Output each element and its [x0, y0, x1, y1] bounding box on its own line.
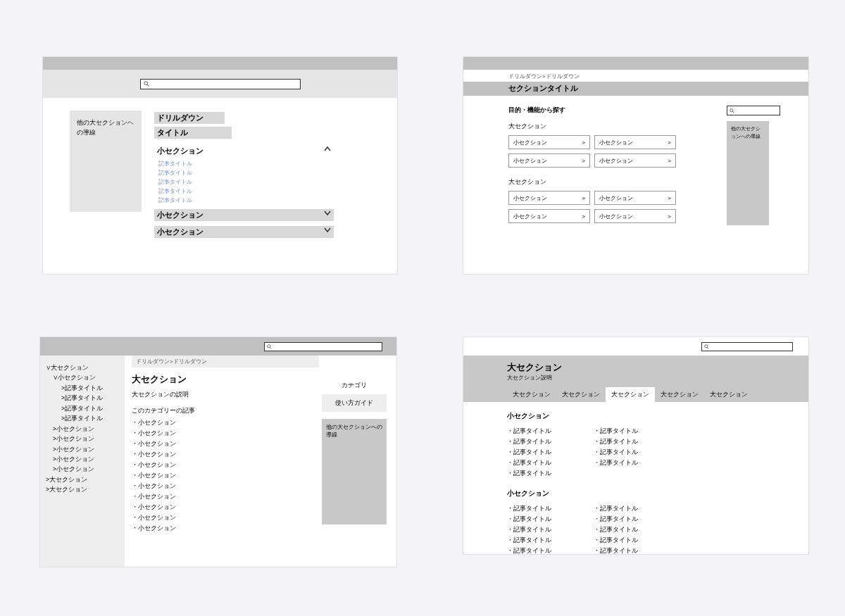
main-content: ドリルダウン タイトル 小セクション 記事タイトル 記事タイトル 記事タイトル …: [154, 111, 337, 238]
svg-line-3: [733, 111, 734, 113]
article-link[interactable]: 記事タイトル: [158, 178, 337, 186]
article-link[interactable]: ・記事タイトル: [594, 536, 638, 545]
accordion-closed[interactable]: 小セクション: [154, 209, 334, 221]
breadcrumb: ドリルダウン>ドリルダウン: [463, 70, 808, 82]
page-description: 大セクション説明: [507, 374, 765, 382]
section-title-bar: セクションタイトル: [463, 82, 808, 96]
page-title: 大セクション: [507, 361, 765, 374]
nav-item[interactable]: >記事タイトル: [46, 393, 119, 403]
article-link[interactable]: ・記事タイトル: [507, 448, 551, 457]
top-bar: [43, 57, 397, 70]
subsection-card[interactable]: 小セクション>: [508, 209, 590, 223]
svg-line-7: [708, 347, 709, 348]
article-link[interactable]: ・記事タイトル: [507, 427, 551, 436]
subsection-card[interactable]: 小セクション>: [508, 135, 590, 149]
article-link[interactable]: ・記事タイトル: [594, 546, 638, 555]
tab-active[interactable]: 大セクション: [606, 387, 655, 402]
article-link[interactable]: ・記事タイトル: [507, 546, 551, 555]
top-bar: [463, 57, 808, 70]
subsection-card[interactable]: 小セクション>: [594, 191, 676, 205]
accordion-label: 小セクション: [157, 227, 204, 237]
hero-area: 大セクション 大セクション説明 大セクション 大セクション 大セクション 大セク…: [463, 356, 808, 402]
article-link[interactable]: ・記事タイトル: [507, 525, 551, 534]
search-input[interactable]: [701, 342, 793, 351]
svg-point-6: [705, 344, 708, 347]
nav-item[interactable]: >小セクション: [46, 434, 119, 444]
wireframe-2: ドリルダウン>ドリルダウン セクションタイトル 目的・機能から探す 大セクション…: [463, 56, 809, 275]
nav-item[interactable]: >小セクション: [46, 464, 119, 474]
tab[interactable]: 大セクション: [556, 387, 606, 402]
article-link[interactable]: 記事タイトル: [158, 196, 337, 204]
article-link[interactable]: ・記事タイトル: [594, 515, 638, 524]
article-link[interactable]: ・記事タイトル: [594, 427, 638, 436]
chevron-up-icon: [324, 146, 331, 153]
article-link[interactable]: 記事タイトル: [158, 187, 337, 195]
accordion-label: 小セクション: [157, 146, 204, 156]
subsection-heading: 小セクション: [507, 412, 765, 421]
usage-guide-link[interactable]: 使い方ガイド: [322, 394, 387, 412]
nav-item[interactable]: >記事タイトル: [46, 383, 119, 393]
accordion-open[interactable]: 小セクション: [154, 145, 334, 157]
article-link[interactable]: ・記事タイトル: [594, 525, 638, 534]
nav-item[interactable]: ∨小セクション: [46, 372, 119, 382]
side-nav: ∨大セクション ∨小セクション >記事タイトル >記事タイトル >記事タイトル …: [40, 356, 125, 567]
nav-item[interactable]: >小セクション: [46, 444, 119, 454]
breadcrumb: ドリルダウン>ドリルダウン: [132, 356, 319, 367]
sidebar-other-sections[interactable]: 他の大セクションへの導線: [70, 111, 142, 212]
big-section-label: 大セクション: [508, 122, 706, 131]
svg-line-1: [147, 84, 149, 86]
search-icon: [267, 344, 272, 349]
wireframe-1: 他の大セクションへの導線 ドリルダウン タイトル 小セクション 記事タイトル 記…: [42, 56, 398, 275]
nav-item[interactable]: >記事タイトル: [46, 403, 119, 413]
nav-item[interactable]: >大セクション: [46, 484, 119, 494]
article-link[interactable]: ・記事タイトル: [507, 437, 551, 446]
tab[interactable]: 大セクション: [655, 387, 704, 402]
wireframe-4: 大セクション 大セクション説明 大セクション 大セクション 大セクション 大セク…: [463, 337, 809, 555]
tab[interactable]: 大セクション: [704, 387, 753, 402]
breadcrumb-drill: ドリルダウン: [154, 112, 225, 124]
nav-item[interactable]: >記事タイトル: [46, 413, 119, 423]
nav-item[interactable]: ∨大セクション: [46, 363, 119, 372]
search-input[interactable]: [727, 106, 780, 115]
article-link[interactable]: ・記事タイトル: [594, 504, 638, 513]
subsection-card[interactable]: 小セクション>: [594, 135, 676, 149]
search-by-purpose-label: 目的・機能から探す: [508, 106, 706, 115]
nav-item[interactable]: >小セクション: [46, 454, 119, 464]
article-link[interactable]: 記事タイトル: [158, 160, 337, 168]
search-icon: [730, 108, 734, 113]
search-input[interactable]: [264, 342, 382, 351]
subsection-card[interactable]: 小セクション>: [508, 153, 590, 168]
article-link[interactable]: ・記事タイトル: [507, 536, 551, 545]
article-link[interactable]: ・記事タイトル: [594, 437, 638, 446]
subsection-card[interactable]: 小セクション>: [508, 191, 590, 205]
nav-item[interactable]: >小セクション: [46, 424, 119, 434]
article-link[interactable]: ・記事タイトル: [507, 515, 551, 524]
search-bar-area: [43, 70, 397, 98]
subsection-card[interactable]: 小セクション>: [594, 153, 676, 168]
top-bar: [463, 337, 808, 356]
nav-item[interactable]: >大セクション: [46, 474, 119, 484]
chevron-down-icon: [324, 210, 331, 217]
article-links: 記事タイトル 記事タイトル 記事タイトル 記事タイトル 記事タイトル: [154, 157, 337, 204]
article-link[interactable]: ・記事タイトル: [507, 458, 551, 467]
search-icon: [704, 344, 709, 349]
subsection-card[interactable]: 小セクション>: [594, 209, 676, 223]
other-sections-panel[interactable]: 他の大セクションへの導線: [322, 419, 387, 524]
big-section-label: 大セクション: [508, 177, 706, 187]
wireframe-3: ∨大セクション ∨小セクション >記事タイトル >記事タイトル >記事タイトル …: [39, 337, 397, 567]
article-link[interactable]: ・記事タイトル: [507, 504, 551, 513]
article-link[interactable]: ・記事タイトル: [594, 448, 638, 457]
tab-bar: 大セクション 大セクション 大セクション 大セクション 大セクション: [507, 387, 765, 402]
accordion-closed[interactable]: 小セクション: [154, 226, 334, 238]
subsection-heading: 小セクション: [507, 489, 765, 498]
sidebar-other-sections[interactable]: 他の大セクションへの導線: [727, 121, 769, 225]
article-link[interactable]: ・記事タイトル: [594, 458, 638, 467]
tab[interactable]: 大セクション: [507, 387, 556, 402]
article-link[interactable]: 記事タイトル: [158, 169, 337, 177]
chevron-down-icon: [324, 227, 331, 234]
list-item[interactable]: ・小セクション: [132, 524, 396, 533]
top-bar: [40, 337, 396, 356]
search-input[interactable]: [140, 79, 301, 89]
svg-point-0: [144, 82, 147, 85]
article-link[interactable]: ・記事タイトル: [507, 469, 551, 478]
